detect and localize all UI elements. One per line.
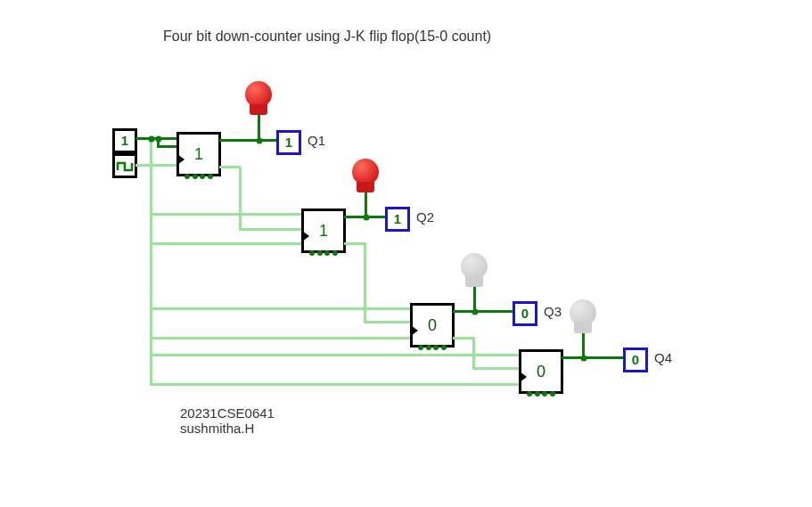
wire bbox=[364, 242, 366, 323]
jk-flipflop-3[interactable]: 0 bbox=[410, 303, 455, 348]
wire bbox=[258, 115, 260, 140]
led-q3 bbox=[461, 253, 488, 287]
label-q3: Q3 bbox=[544, 304, 562, 319]
wire bbox=[472, 367, 519, 370]
jk-flipflop-4[interactable]: 0 bbox=[519, 349, 563, 394]
wire bbox=[135, 164, 176, 167]
wire bbox=[150, 242, 301, 245]
label-q4: Q4 bbox=[654, 350, 672, 365]
input-constant-high[interactable]: 1 bbox=[112, 128, 137, 153]
ff-preset-clear-dots bbox=[418, 345, 447, 350]
credit-roll: 20231CSE0641 bbox=[180, 405, 275, 421]
wire bbox=[453, 310, 513, 313]
wire bbox=[239, 168, 242, 230]
ff4-value: 0 bbox=[537, 363, 545, 381]
ff1-value: 1 bbox=[194, 145, 203, 164]
clock-triangle-icon bbox=[520, 372, 527, 382]
clock-triangle-icon bbox=[177, 154, 185, 165]
wire bbox=[150, 383, 519, 386]
credit-name: sushmitha.H bbox=[180, 421, 254, 437]
led-q4 bbox=[570, 299, 596, 333]
clock-triangle-icon bbox=[302, 231, 309, 241]
wire-node bbox=[472, 309, 479, 315]
jk-flipflop-2[interactable]: 1 bbox=[301, 209, 346, 253]
jk-flipflop-1[interactable]: 1 bbox=[176, 132, 221, 176]
wire bbox=[150, 354, 519, 356]
clock-icon bbox=[115, 156, 135, 176]
diagram-title: Four bit down-counter using J-K flip flo… bbox=[163, 29, 491, 45]
wire bbox=[239, 228, 301, 231]
wire bbox=[150, 307, 410, 310]
wire bbox=[150, 213, 301, 216]
wire-node bbox=[156, 136, 162, 143]
clock-triangle-icon bbox=[411, 325, 418, 336]
wire-node bbox=[364, 215, 370, 221]
circuit-canvas: Four bit down-counter using J-K flip flo… bbox=[0, 0, 812, 507]
ff-preset-clear-dots bbox=[309, 250, 338, 256]
output-pin-q2[interactable]: 1 bbox=[385, 207, 410, 232]
wire bbox=[219, 139, 276, 142]
wire-node bbox=[149, 136, 155, 143]
wire bbox=[562, 356, 623, 359]
wire bbox=[157, 145, 176, 148]
wire bbox=[364, 321, 410, 323]
output-pin-q3[interactable]: 0 bbox=[513, 301, 537, 326]
output-pin-q4[interactable]: 0 bbox=[623, 348, 648, 372]
wire bbox=[150, 139, 152, 384]
label-q1: Q1 bbox=[308, 133, 325, 148]
wire-node bbox=[581, 356, 587, 362]
ff3-value: 0 bbox=[428, 316, 437, 335]
label-q2: Q2 bbox=[416, 209, 434, 225]
output-pin-q1[interactable]: 1 bbox=[276, 130, 301, 155]
wire-node bbox=[257, 138, 263, 144]
clock-input[interactable] bbox=[112, 153, 137, 178]
ff2-value: 1 bbox=[319, 222, 328, 241]
led-q1 bbox=[245, 81, 272, 115]
wire bbox=[219, 166, 241, 168]
ff-preset-clear-dots bbox=[185, 174, 213, 179]
ff-preset-clear-dots bbox=[527, 391, 555, 397]
wire bbox=[344, 242, 365, 245]
wire bbox=[453, 337, 474, 339]
wire bbox=[472, 337, 475, 369]
wire bbox=[150, 337, 410, 339]
led-q2 bbox=[352, 159, 379, 192]
